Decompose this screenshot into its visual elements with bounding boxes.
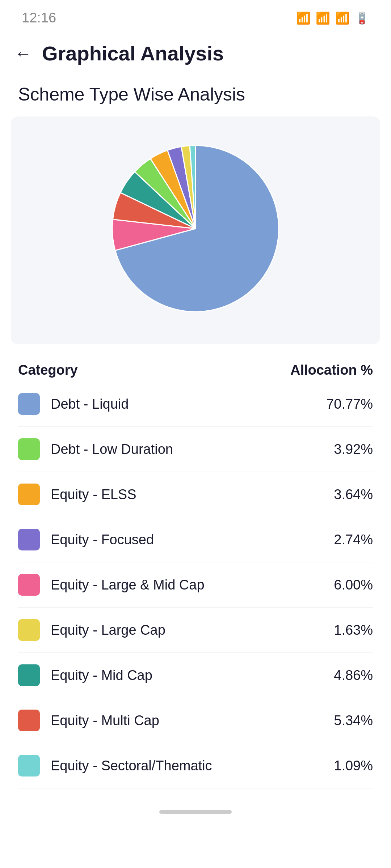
legend-color-1 [18, 438, 40, 460]
section-title: Scheme Type Wise Analysis [0, 75, 391, 116]
legend-color-3 [18, 529, 40, 550]
allocation-header: Allocation % [290, 362, 373, 378]
list-item: Equity - Sectoral/Thematic 1.09% [18, 743, 373, 788]
legend-color-6 [18, 664, 40, 686]
legend-left-1: Debt - Low Duration [18, 438, 173, 460]
header: ← Graphical Analysis [0, 31, 391, 75]
legend-left-7: Equity - Multi Cap [18, 710, 159, 731]
back-button[interactable]: ← [14, 45, 32, 62]
page-title: Graphical Analysis [42, 42, 224, 65]
legend-label-3: Equity - Focused [51, 532, 154, 548]
list-item: Debt - Low Duration 3.92% [18, 427, 373, 472]
chart-container [11, 116, 380, 344]
legend-label-6: Equity - Mid Cap [51, 668, 152, 683]
legend-value-4: 6.00% [334, 577, 373, 593]
legend-value-2: 3.64% [334, 487, 373, 502]
legend-header: Category Allocation % [18, 355, 373, 382]
legend-color-0 [18, 393, 40, 415]
legend-label-0: Debt - Liquid [51, 396, 129, 412]
category-header: Category [18, 362, 78, 378]
list-item: Equity - Multi Cap 5.34% [18, 698, 373, 743]
legend-value-8: 1.09% [334, 758, 373, 774]
legend-color-4 [18, 574, 40, 596]
legend-left-2: Equity - ELSS [18, 484, 136, 505]
legend-left-8: Equity - Sectoral/Thematic [18, 755, 212, 776]
bottom-handle [0, 799, 391, 821]
list-item: Equity - Focused 2.74% [18, 517, 373, 562]
legend-left-4: Equity - Large & Mid Cap [18, 574, 205, 596]
list-item: Equity - Mid Cap 4.86% [18, 653, 373, 698]
legend-label-2: Equity - ELSS [51, 487, 136, 502]
status-icons: 📶 📶 📶 🪫 [296, 11, 369, 25]
bluetooth-icon: 📶 [296, 11, 311, 25]
status-time: 12:16 [22, 10, 56, 26]
wifi-icon: 📶 [316, 11, 330, 25]
status-bar: 12:16 📶 📶 📶 🪫 [0, 0, 391, 31]
legend-list: Debt - Liquid 70.77% Debt - Low Duration… [18, 382, 373, 788]
legend-value-5: 1.63% [334, 622, 373, 638]
signal-icon: 📶 [335, 11, 350, 25]
list-item: Equity - Large Cap 1.63% [18, 608, 373, 653]
legend-label-8: Equity - Sectoral/Thematic [51, 758, 212, 774]
pie-chart [101, 135, 290, 323]
handle-bar [159, 810, 232, 814]
list-item: Equity - ELSS 3.64% [18, 472, 373, 517]
list-item: Debt - Liquid 70.77% [18, 382, 373, 427]
legend-color-7 [18, 710, 40, 731]
legend-value-1: 3.92% [334, 442, 373, 457]
legend-value-3: 2.74% [334, 532, 373, 548]
legend-section: Category Allocation % Debt - Liquid 70.7… [0, 344, 391, 799]
legend-label-1: Debt - Low Duration [51, 442, 173, 457]
legend-value-0: 70.77% [326, 396, 373, 412]
legend-label-4: Equity - Large & Mid Cap [51, 577, 205, 593]
list-item: Equity - Large & Mid Cap 6.00% [18, 562, 373, 608]
legend-label-7: Equity - Multi Cap [51, 713, 159, 728]
legend-left-5: Equity - Large Cap [18, 619, 165, 641]
legend-label-5: Equity - Large Cap [51, 622, 165, 638]
legend-color-2 [18, 484, 40, 505]
legend-color-8 [18, 755, 40, 776]
legend-value-6: 4.86% [334, 668, 373, 683]
legend-left-3: Equity - Focused [18, 529, 154, 550]
battery-icon: 🪫 [355, 11, 369, 25]
legend-color-5 [18, 619, 40, 641]
legend-value-7: 5.34% [334, 713, 373, 728]
legend-left-6: Equity - Mid Cap [18, 664, 152, 686]
legend-left-0: Debt - Liquid [18, 393, 129, 415]
